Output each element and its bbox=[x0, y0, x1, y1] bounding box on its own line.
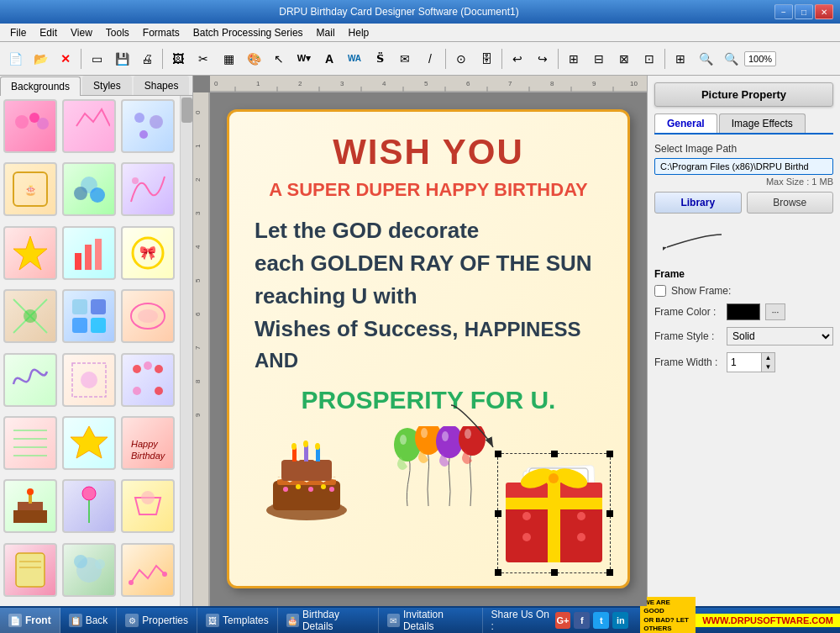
show-frame-checkbox[interactable] bbox=[654, 285, 666, 297]
gallery-item[interactable] bbox=[62, 226, 116, 280]
tb-align4[interactable]: ⊡ bbox=[638, 47, 661, 71]
gallery-item[interactable] bbox=[3, 226, 57, 280]
tb-wordart[interactable]: WA bbox=[343, 47, 366, 71]
handle-bl[interactable] bbox=[495, 569, 501, 576]
menu-batch[interactable]: Batch Processing Series bbox=[186, 25, 310, 40]
gallery-item[interactable] bbox=[62, 162, 116, 216]
gallery-item[interactable] bbox=[121, 353, 175, 407]
tb-save[interactable]: 💾 bbox=[110, 47, 134, 71]
gallery-item[interactable]: HappyBirthday bbox=[121, 416, 175, 470]
tb-image[interactable]: 🖼 bbox=[166, 47, 190, 71]
tb-rect[interactable]: ▭ bbox=[85, 47, 108, 71]
frame-color-picker-btn[interactable]: ··· bbox=[765, 303, 785, 320]
gallery-item[interactable] bbox=[62, 289, 116, 343]
facebook-icon[interactable]: f bbox=[574, 612, 590, 629]
menu-tools[interactable]: Tools bbox=[99, 25, 136, 40]
menu-formats[interactable]: Formats bbox=[136, 25, 186, 40]
tb-text[interactable]: A bbox=[318, 47, 341, 71]
tb-barcode[interactable]: ▦ bbox=[217, 47, 240, 71]
frame-color-swatch[interactable] bbox=[727, 303, 760, 320]
gallery-item[interactable] bbox=[62, 99, 116, 153]
handle-tm[interactable] bbox=[551, 451, 558, 457]
gallery-item[interactable] bbox=[121, 543, 175, 597]
handle-tl[interactable] bbox=[495, 451, 501, 457]
library-button[interactable]: Library bbox=[654, 192, 742, 214]
handle-tr[interactable] bbox=[606, 451, 613, 457]
gallery-item[interactable] bbox=[62, 416, 116, 470]
gallery-item[interactable] bbox=[3, 99, 57, 153]
gallery-item[interactable] bbox=[3, 289, 57, 343]
prop-tab-effects[interactable]: Image Effects bbox=[719, 113, 806, 133]
picture-property-button[interactable]: Picture Property bbox=[654, 82, 833, 107]
tb-line[interactable]: / bbox=[418, 47, 442, 71]
tb-close-doc[interactable]: ✕ bbox=[54, 47, 77, 71]
spinner-up[interactable]: ▲ bbox=[761, 353, 774, 362]
menu-edit[interactable]: Edit bbox=[33, 25, 64, 40]
tb-mail[interactable]: ✉ bbox=[393, 47, 417, 71]
templates-button[interactable]: 🖼 Templates bbox=[197, 608, 278, 633]
tb-word[interactable]: W▾ bbox=[292, 47, 316, 71]
handle-br[interactable] bbox=[606, 569, 613, 576]
gallery-item[interactable] bbox=[3, 479, 57, 533]
tab-styles[interactable]: Styles bbox=[82, 76, 132, 95]
front-button[interactable]: 📄 Front bbox=[0, 608, 60, 633]
back-button[interactable]: 📋 Back bbox=[60, 608, 118, 633]
linkedin-icon[interactable]: in bbox=[612, 612, 628, 629]
frame-style-select[interactable]: Solid Dashed Dotted Double bbox=[727, 327, 833, 346]
gallery-item[interactable] bbox=[121, 289, 175, 343]
menu-help[interactable]: Help bbox=[342, 25, 376, 40]
tb-align1[interactable]: ⊞ bbox=[562, 47, 585, 71]
menu-view[interactable]: View bbox=[64, 25, 99, 40]
tb-color[interactable]: 🎨 bbox=[242, 47, 265, 71]
properties-button[interactable]: ⚙ Properties bbox=[117, 608, 197, 633]
gallery-item[interactable]: 🎂 bbox=[3, 162, 57, 216]
menu-mail[interactable]: Mail bbox=[310, 25, 342, 40]
tb-redo[interactable]: ↪ bbox=[531, 47, 554, 71]
minimize-button[interactable]: − bbox=[774, 4, 793, 19]
prop-tab-general[interactable]: General bbox=[654, 113, 717, 133]
tb-grid[interactable]: ⊞ bbox=[669, 47, 692, 71]
tb-align2[interactable]: ⊟ bbox=[587, 47, 611, 71]
tb-new[interactable]: 📄 bbox=[3, 47, 27, 71]
handle-bm[interactable] bbox=[551, 569, 558, 576]
frame-width-input[interactable] bbox=[727, 355, 761, 370]
gallery-item[interactable] bbox=[121, 479, 175, 533]
tab-shapes[interactable]: Shapes bbox=[134, 76, 190, 95]
handle-rm[interactable] bbox=[606, 510, 613, 517]
google-plus-icon[interactable]: G+ bbox=[555, 612, 571, 629]
gallery-item[interactable] bbox=[121, 99, 175, 153]
spinner-down[interactable]: ▼ bbox=[761, 362, 774, 372]
gallery-item[interactable] bbox=[3, 353, 57, 407]
tb-zoom-in[interactable]: 🔍 bbox=[694, 47, 717, 71]
browse-button[interactable]: Browse bbox=[747, 192, 834, 214]
gallery-item[interactable] bbox=[3, 416, 57, 470]
gallery-item[interactable] bbox=[121, 162, 175, 216]
gallery-scrollbar[interactable] bbox=[180, 96, 192, 606]
tb-symbol[interactable]: S̈ bbox=[368, 47, 391, 71]
tb-cursor[interactable]: ↖ bbox=[267, 47, 291, 71]
tb-clipart[interactable]: ✂ bbox=[192, 47, 215, 71]
image-path-input[interactable] bbox=[654, 158, 833, 175]
gallery-item[interactable]: 🎀 bbox=[121, 226, 175, 280]
birthday-details-button[interactable]: 🎂 Birthday Details bbox=[278, 608, 379, 633]
gift-box-container[interactable] bbox=[497, 453, 611, 573]
invitation-details-button[interactable]: ✉ Invitation Details bbox=[379, 608, 483, 633]
menu-file[interactable]: File bbox=[3, 25, 33, 40]
tb-zoom-out[interactable]: 🔍 bbox=[719, 47, 743, 71]
tab-backgrounds[interactable]: Backgrounds bbox=[0, 76, 81, 96]
tb-print[interactable]: 🖨 bbox=[135, 47, 159, 71]
tb-align3[interactable]: ⊠ bbox=[612, 47, 636, 71]
svg-point-11 bbox=[132, 177, 139, 184]
twitter-icon[interactable]: t bbox=[593, 612, 609, 629]
handle-lm[interactable] bbox=[495, 510, 501, 517]
tb-database[interactable]: 🗄 bbox=[475, 47, 498, 71]
gallery-item[interactable] bbox=[3, 543, 57, 597]
maximize-button[interactable]: □ bbox=[795, 4, 813, 19]
gallery-item[interactable] bbox=[62, 353, 116, 407]
gallery-item[interactable] bbox=[62, 479, 116, 533]
close-button[interactable]: ✕ bbox=[815, 4, 833, 19]
gallery-item[interactable] bbox=[62, 543, 116, 597]
tb-undo[interactable]: ↩ bbox=[506, 47, 529, 71]
tb-shape1[interactable]: ⊙ bbox=[449, 47, 473, 71]
tb-open[interactable]: 📂 bbox=[29, 47, 52, 71]
